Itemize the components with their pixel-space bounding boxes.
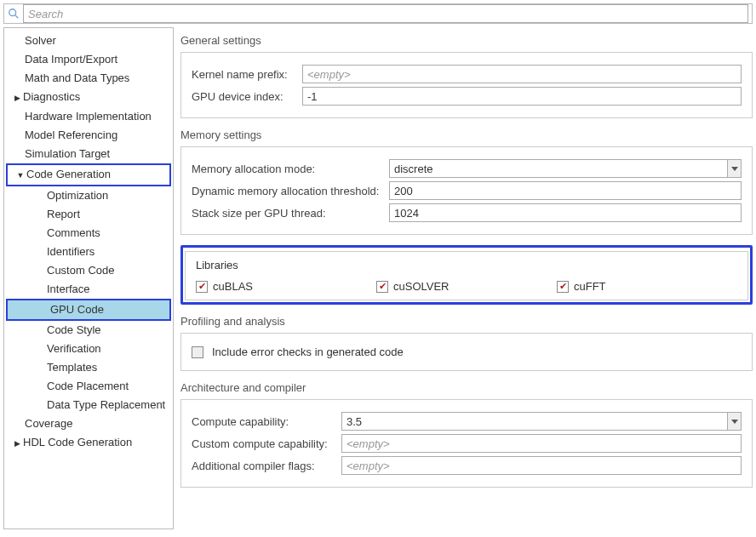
arch-fieldset: Compute capability: 3.5 Custom compute c… xyxy=(180,399,753,488)
cusolver-checkbox[interactable]: ✔ xyxy=(376,281,388,293)
chevron-down-icon xyxy=(731,167,738,171)
sidebar-item-coverage[interactable]: Coverage xyxy=(4,414,173,433)
sidebar-item-identifiers[interactable]: Identifiers xyxy=(4,243,173,261)
sidebar-item-label: Data Import/Export xyxy=(25,53,117,66)
sidebar-item-solver[interactable]: Solver xyxy=(4,31,173,50)
sidebar-item-label: Diagnostics xyxy=(23,90,80,103)
compiler-flags-input[interactable] xyxy=(341,456,742,475)
compiler-flags-label: Additional compiler flags: xyxy=(192,460,333,472)
mem-mode-select[interactable]: discrete xyxy=(389,159,742,178)
sidebar-item-label: Code Style xyxy=(47,323,101,336)
libraries-fieldset: Libraries ✔ cuBLAS ✔ cuSOLVER ✔ cuFFT xyxy=(185,251,748,300)
sidebar-highlight: ▼Code Generation xyxy=(6,163,171,186)
sidebar-item-label: Report xyxy=(47,208,80,220)
sidebar-item-label: Interface xyxy=(47,283,90,295)
cublas-label: cuBLAS xyxy=(213,280,253,293)
general-title: General settings xyxy=(180,34,753,47)
custom-cap-input[interactable] xyxy=(341,434,742,453)
sidebar-item-optimization[interactable]: Optimization xyxy=(4,186,173,205)
custom-cap-label: Custom compute capability: xyxy=(192,437,333,450)
svg-line-1 xyxy=(15,15,19,19)
chevron-down-icon xyxy=(731,420,738,424)
sidebar-item-label: Code Generation xyxy=(26,168,111,180)
sidebar-item-code-style[interactable]: Code Style xyxy=(4,321,173,340)
memory-fieldset: Memory allocation mode: discrete Dynamic… xyxy=(180,146,753,235)
chevron-right-icon: ▶ xyxy=(13,90,21,106)
cusolver-label: cuSOLVER xyxy=(393,280,450,293)
sidebar-highlight: GPU Code xyxy=(6,299,171,321)
kernel-prefix-input[interactable] xyxy=(302,65,742,83)
sidebar-item-label: Templates xyxy=(47,361,97,374)
sidebar-item-label: GPU Code xyxy=(50,303,104,316)
cufft-label: cuFFT xyxy=(574,280,606,293)
sidebar-item-label: Code Placement xyxy=(47,380,129,392)
gpu-index-input[interactable] xyxy=(302,87,742,106)
libraries-highlight: Libraries ✔ cuBLAS ✔ cuSOLVER ✔ cuFFT xyxy=(180,245,753,305)
sidebar-item-label: Custom Code xyxy=(47,264,114,277)
profiling-title: Profiling and analysis xyxy=(180,315,753,328)
sidebar-item-hardware-implementation[interactable]: Hardware Implementation xyxy=(4,107,173,126)
sidebar-item-label: Coverage xyxy=(25,417,72,430)
sidebar-item-label: Simulation Target xyxy=(25,147,110,160)
sidebar-item-comments[interactable]: Comments xyxy=(4,224,173,243)
chevron-right-icon: ▶ xyxy=(13,436,21,451)
dropdown-button[interactable] xyxy=(727,160,741,177)
sidebar-item-code-generation[interactable]: ▼Code Generation xyxy=(8,165,169,185)
mem-mode-value: discrete xyxy=(394,163,433,175)
libraries-title: Libraries xyxy=(196,259,737,271)
errcheck-label: Include error checks in generated code xyxy=(212,346,404,358)
general-fieldset: Kernel name prefix: GPU device index: xyxy=(180,52,753,118)
compute-cap-label: Compute capability: xyxy=(192,415,333,428)
sidebar-item-templates[interactable]: Templates xyxy=(4,358,173,377)
sidebar-item-label: Model Referencing xyxy=(25,129,117,141)
sidebar-item-simulation-target[interactable]: Simulation Target xyxy=(4,145,173,163)
sidebar-item-data-import-export[interactable]: Data Import/Export xyxy=(4,50,173,69)
sidebar-item-label: Verification xyxy=(47,342,101,355)
sidebar-item-label: Identifiers xyxy=(47,245,94,258)
cufft-checkbox[interactable]: ✔ xyxy=(557,281,569,293)
search-icon xyxy=(8,8,20,20)
profiling-fieldset: Include error checks in generated code xyxy=(180,333,753,371)
mem-mode-label: Memory allocation mode: xyxy=(192,163,381,175)
search-bar[interactable] xyxy=(3,3,753,24)
sidebar-item-label: Optimization xyxy=(47,189,108,202)
memory-title: Memory settings xyxy=(180,129,753,141)
compute-cap-value: 3.5 xyxy=(346,415,362,428)
sidebar-item-hdl-code-generation[interactable]: ▶HDL Code Generation xyxy=(4,433,173,453)
sidebar-item-label: Math and Data Types xyxy=(25,71,129,84)
sidebar: SolverData Import/ExportMath and Data Ty… xyxy=(3,27,174,529)
kernel-prefix-label: Kernel name prefix: xyxy=(192,68,294,81)
dropdown-button[interactable] xyxy=(727,413,741,430)
sidebar-item-label: Data Type Replacement xyxy=(47,398,165,411)
sidebar-item-custom-code[interactable]: Custom Code xyxy=(4,261,173,280)
sidebar-item-gpu-code[interactable]: GPU Code xyxy=(8,300,169,319)
main-panel: General settings Kernel name prefix: GPU… xyxy=(180,27,753,529)
sidebar-item-data-type-replacement[interactable]: Data Type Replacement xyxy=(4,396,173,414)
mem-threshold-label: Dynamic memory allocation threshold: xyxy=(192,185,381,197)
search-input[interactable] xyxy=(23,4,748,23)
sidebar-item-interface[interactable]: Interface xyxy=(4,280,173,299)
stack-size-input[interactable] xyxy=(389,203,742,222)
mem-threshold-input[interactable] xyxy=(389,181,742,200)
sidebar-item-label: Hardware Implementation xyxy=(25,110,152,123)
stack-size-label: Stack size per GPU thread: xyxy=(192,207,381,220)
gpu-index-label: GPU device index: xyxy=(192,90,294,103)
sidebar-item-label: HDL Code Generation xyxy=(23,436,132,448)
sidebar-item-math-and-data-types[interactable]: Math and Data Types xyxy=(4,69,173,88)
arch-title: Architecture and compiler xyxy=(180,381,753,394)
sidebar-item-code-placement[interactable]: Code Placement xyxy=(4,377,173,396)
cublas-checkbox[interactable]: ✔ xyxy=(196,281,208,293)
sidebar-item-label: Solver xyxy=(25,34,56,47)
sidebar-item-diagnostics[interactable]: ▶Diagnostics xyxy=(4,88,173,107)
compute-cap-select[interactable]: 3.5 xyxy=(341,412,742,431)
sidebar-item-label: Comments xyxy=(47,226,100,239)
errcheck-checkbox[interactable] xyxy=(192,346,203,358)
sidebar-item-report[interactable]: Report xyxy=(4,205,173,224)
chevron-down-icon: ▼ xyxy=(16,168,25,183)
sidebar-item-verification[interactable]: Verification xyxy=(4,340,173,358)
sidebar-item-model-referencing[interactable]: Model Referencing xyxy=(4,126,173,145)
svg-point-0 xyxy=(9,9,16,16)
